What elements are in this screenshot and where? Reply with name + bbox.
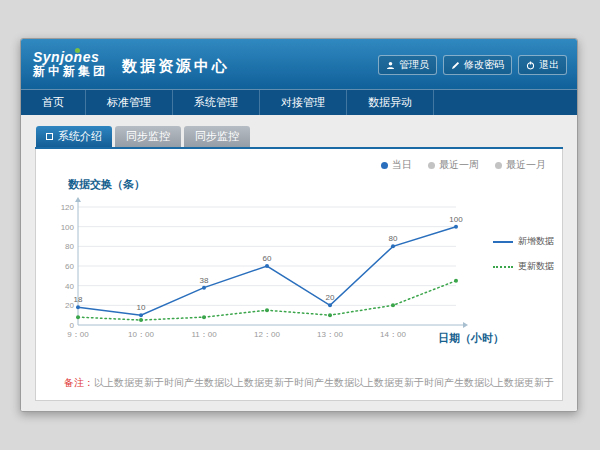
tab-label: 系统介绍 xyxy=(58,129,102,144)
nav-item-data-change[interactable]: 数据异动 xyxy=(347,90,434,115)
y-axis-title: 数据交换（条） xyxy=(68,177,145,192)
user-icon xyxy=(386,61,395,70)
svg-text:10: 10 xyxy=(137,303,146,312)
svg-text:80: 80 xyxy=(65,242,74,251)
series-legend: 新增数据 更新数据 xyxy=(493,235,554,273)
x-axis-title: 日期（小时） xyxy=(438,331,504,346)
app-header: Synjones 新中新集团 数据资源中心 管理员 修改密码 退出 xyxy=(21,39,577,89)
svg-text:13：00: 13：00 xyxy=(317,330,343,339)
change-password-label: 修改密码 xyxy=(464,58,504,72)
svg-text:100: 100 xyxy=(61,223,75,232)
admin-user-button[interactable]: 管理员 xyxy=(378,55,437,75)
content-area: 系统介绍 同步监控 同步监控 当日 最近一周 xyxy=(21,115,577,412)
svg-text:100: 100 xyxy=(449,215,463,224)
nav-item-interface-mgmt[interactable]: 对接管理 xyxy=(260,90,347,115)
svg-text:0: 0 xyxy=(70,321,75,330)
svg-text:9：00: 9：00 xyxy=(67,330,89,339)
brand-dot-icon xyxy=(75,48,80,53)
tab-label: 同步监控 xyxy=(126,129,170,144)
brand-logo: Synjones 新中新集团 xyxy=(33,50,108,79)
svg-text:120: 120 xyxy=(61,203,75,212)
legend-item-updated-data: 更新数据 xyxy=(493,260,554,273)
footnote-label: 备注： xyxy=(64,377,94,388)
line-chart: 0204060801001209：0010：0011：0012：0013：001… xyxy=(50,195,470,347)
legend-label: 更新数据 xyxy=(518,260,554,273)
svg-text:40: 40 xyxy=(65,282,74,291)
range-option-today[interactable]: 当日 xyxy=(381,158,412,172)
radio-dot-icon xyxy=(495,162,502,169)
tab-system-intro[interactable]: 系统介绍 xyxy=(36,126,112,147)
svg-text:11：00: 11：00 xyxy=(191,330,217,339)
range-option-last-week[interactable]: 最近一周 xyxy=(428,158,479,172)
line-sample-icon xyxy=(493,241,513,243)
svg-text:60: 60 xyxy=(65,262,74,271)
legend-item-new-data: 新增数据 xyxy=(493,235,554,248)
svg-text:20: 20 xyxy=(326,293,335,302)
brand-name: Synjones xyxy=(33,50,108,65)
footnote: 备注：以上数据更新于时间产生数据以上数据更新于时间产生数据以上数据更新于时间产生… xyxy=(64,376,554,390)
radio-dot-icon xyxy=(381,162,388,169)
header-actions: 管理员 修改密码 退出 xyxy=(378,55,567,75)
logout-button[interactable]: 退出 xyxy=(518,55,567,75)
svg-text:38: 38 xyxy=(200,276,209,285)
admin-user-label: 管理员 xyxy=(399,58,429,72)
brand-subtitle: 新中新集团 xyxy=(33,65,108,78)
change-password-button[interactable]: 修改密码 xyxy=(443,55,512,75)
app-window: Synjones 新中新集团 数据资源中心 管理员 修改密码 退出 首页 标准管… xyxy=(20,38,578,412)
svg-text:14：00: 14：00 xyxy=(380,330,406,339)
page-title: 数据资源中心 xyxy=(122,57,230,76)
range-option-label: 最近一月 xyxy=(506,158,546,172)
svg-text:80: 80 xyxy=(389,234,398,243)
tab-bar: 系统介绍 同步监控 同步监控 xyxy=(35,126,563,149)
tab-sync-monitor-2[interactable]: 同步监控 xyxy=(184,126,250,147)
radio-dot-icon xyxy=(428,162,435,169)
range-filter: 当日 最近一周 最近一月 xyxy=(381,158,546,172)
line-sample-icon xyxy=(493,266,513,268)
svg-text:12：00: 12：00 xyxy=(254,330,280,339)
logout-label: 退出 xyxy=(539,58,559,72)
legend-label: 新增数据 xyxy=(518,235,554,248)
tab-sync-monitor-1[interactable]: 同步监控 xyxy=(115,126,181,147)
power-icon xyxy=(526,61,535,70)
tab-label: 同步监控 xyxy=(195,129,239,144)
svg-text:10：00: 10：00 xyxy=(128,330,154,339)
range-option-label: 最近一周 xyxy=(439,158,479,172)
nav-item-system-mgmt[interactable]: 系统管理 xyxy=(173,90,260,115)
chart-panel: 当日 最近一周 最近一月 数据交换（条） 0204060801001209：00… xyxy=(35,149,563,401)
main-nav: 首页 标准管理 系统管理 对接管理 数据异动 xyxy=(21,89,577,115)
nav-item-home[interactable]: 首页 xyxy=(21,90,86,115)
nav-item-standard-mgmt[interactable]: 标准管理 xyxy=(86,90,173,115)
edit-icon xyxy=(451,61,460,70)
brand-text: Synjones xyxy=(33,49,99,65)
range-option-last-month[interactable]: 最近一月 xyxy=(495,158,546,172)
svg-text:18: 18 xyxy=(74,295,83,304)
grid-icon xyxy=(46,133,53,140)
range-option-label: 当日 xyxy=(392,158,412,172)
footnote-text: 以上数据更新于时间产生数据以上数据更新于时间产生数据以上数据更新于时间产生数据以… xyxy=(94,377,554,388)
svg-text:60: 60 xyxy=(263,254,272,263)
